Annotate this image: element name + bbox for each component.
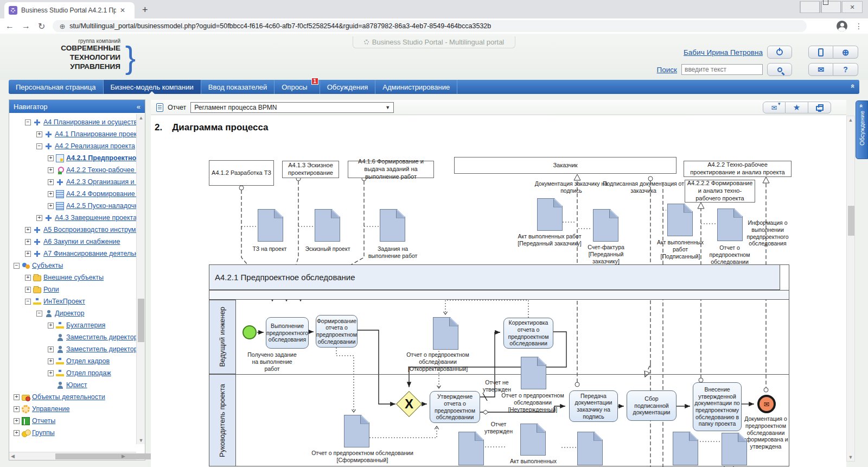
mail-button[interactable]: ✉ (808, 63, 833, 76)
tree-item-director[interactable]: Директор (9, 307, 136, 319)
tree-item-deputy-pr[interactable]: Заместитель директора по пр (9, 343, 136, 355)
tree-item-a5[interactable]: А5 Воспроизводство инструмент (9, 224, 136, 236)
sidebar-collapse-icon[interactable]: « (137, 103, 141, 111)
tree-item-lawyer[interactable]: Юрист (9, 379, 136, 391)
external-process-a416[interactable]: А4.1.6 Формирование и выдача заданий на … (348, 161, 434, 178)
expand-toggle[interactable] (14, 418, 20, 424)
language-button[interactable]: ⊕ (833, 46, 858, 59)
nav-personal-page[interactable]: Персональная страница (9, 80, 104, 94)
tree-item-a41[interactable]: А4.1 Планирование проектов (9, 128, 136, 140)
tree-item-a7[interactable]: А7 Финансирование деятельнос (9, 248, 136, 260)
reload-icon[interactable]: ↻ (38, 21, 45, 31)
nav-indicators[interactable]: Ввод показателей (201, 80, 275, 94)
tree-item-accounting[interactable]: Бухгалтерия (9, 319, 136, 331)
external-process-a422[interactable]: А4.2.2 Техно-рабочее проектирование и ан… (684, 161, 792, 177)
expand-toggle[interactable] (25, 239, 31, 245)
print-button[interactable] (808, 102, 831, 113)
external-process-a413[interactable]: А4.1.3 Эскизное проектирование (282, 161, 339, 178)
expand-toggle[interactable] (36, 131, 42, 137)
document-report[interactable] (717, 209, 743, 241)
tree-item-a4[interactable]: А4 Планирование и осуществле (9, 116, 136, 128)
nav-discussions[interactable]: Обсуждения (320, 80, 376, 94)
expand-toggle[interactable] (48, 370, 54, 376)
document-bottom[interactable] (722, 433, 747, 465)
tree-item-a422[interactable]: А4.2.2 Техно-рабочее про (9, 164, 136, 176)
tree-item-a425[interactable]: А4.2.5 Пуско-наладочные (9, 200, 136, 212)
document-report-formed[interactable] (344, 415, 369, 447)
tree-item-roles[interactable]: Роли (9, 283, 136, 295)
expand-toggle[interactable] (25, 287, 31, 293)
back-icon[interactable]: ← (5, 21, 14, 31)
document-bottom[interactable] (577, 432, 603, 465)
tree-item-subjects[interactable]: Субъекты (9, 260, 136, 272)
nav-collapse-icon[interactable]: « (849, 84, 857, 88)
tab-close-icon[interactable]: ✕ (120, 7, 125, 14)
tree-item-management[interactable]: Управление (9, 403, 136, 415)
expand-toggle[interactable] (14, 406, 20, 412)
expand-toggle[interactable] (25, 227, 31, 233)
close-button[interactable]: ✕ (842, 1, 863, 13)
logout-button[interactable] (767, 46, 792, 59)
document-bottom[interactable] (520, 424, 546, 456)
content-vertical-scrollbar[interactable]: ▲▼ (846, 116, 855, 462)
document-report-unapproved[interactable] (521, 357, 546, 389)
document-report-corrected[interactable] (433, 317, 458, 350)
external-process-a412[interactable]: А4.1.2 Разработка ТЗ (209, 160, 274, 186)
external-process-a4222[interactable]: А4.2.2.2 Формирование и анализ техно-раб… (685, 180, 755, 203)
search-button[interactable] (767, 63, 792, 76)
expand-toggle[interactable] (48, 323, 54, 329)
tree-item-reports[interactable]: Отчеты (9, 415, 136, 427)
search-input[interactable] (681, 64, 763, 75)
task-correct-report[interactable]: Корректировка отчета о предпроектном обс… (503, 318, 553, 349)
nav-business-model[interactable]: Бизнес-модель компании (104, 80, 201, 94)
document-akt-signed[interactable] (667, 204, 693, 236)
tree-item-a43[interactable]: А4.3 Завершение проекта и а (9, 212, 136, 224)
browser-tab[interactable]: Business Studio Portal A4.2.1 Пре ✕ (4, 2, 135, 18)
tree-item-a424[interactable]: А4.2.4 Формирование исп (9, 188, 136, 200)
expand-toggle[interactable] (14, 394, 20, 400)
search-link[interactable]: Поиск (657, 66, 677, 74)
document-bottom[interactable] (458, 432, 484, 465)
expand-toggle[interactable] (48, 346, 54, 352)
favorite-button[interactable]: ★ (786, 102, 808, 113)
expand-toggle[interactable] (25, 275, 31, 281)
collapse-toggle[interactable] (36, 311, 42, 317)
document-tz[interactable] (258, 209, 283, 242)
tree-item-hr-dept[interactable]: Отдел кадров (9, 355, 136, 367)
document-sketch[interactable] (315, 209, 340, 242)
site-info-icon[interactable]: ⊕ (59, 22, 65, 30)
sidebar-vertical-scrollbar[interactable]: ▲▼ (136, 114, 145, 444)
tree-item-deputy-ka[interactable]: Заместитель директора по ка (9, 331, 136, 343)
task-file-approved-docs[interactable]: Внесение утвержденной документации по пр… (693, 382, 742, 431)
tree-item-sales-dept[interactable]: Отдел продаж (9, 367, 136, 379)
tree-item-groups[interactable]: Группы (9, 427, 136, 439)
tree-item-external-subjects[interactable]: Внешние субъекты (9, 272, 136, 283)
expand-toggle[interactable] (48, 179, 54, 185)
mobile-button[interactable] (808, 46, 833, 59)
user-name-link[interactable]: Бабич Ирина Петровна (684, 48, 763, 56)
nav-surveys[interactable]: Опросы 1 (275, 80, 320, 94)
url-box[interactable]: ⊕ stu/Multilingual_portal/businessmodel.… (53, 20, 807, 32)
external-customer[interactable]: Заказчик (454, 157, 676, 174)
expand-toggle[interactable] (48, 167, 54, 173)
minimize-button[interactable] (800, 1, 820, 13)
document-invoice[interactable] (593, 209, 618, 242)
tree-item-intehproekt[interactable]: ИнТехПроект (9, 295, 136, 307)
expand-toggle[interactable] (25, 251, 31, 257)
collapse-toggle[interactable] (14, 263, 20, 269)
document-bottom[interactable] (673, 432, 698, 465)
tree-item-activity-objects[interactable]: Объекты деятельности (9, 391, 136, 403)
end-event[interactable]: ✉ (757, 395, 776, 413)
task-transfer-docs[interactable]: Передача документации заказчику на подпи… (569, 390, 618, 422)
expand-toggle[interactable] (36, 215, 42, 221)
collapse-toggle[interactable] (36, 143, 42, 149)
tree-item-a42[interactable]: А4.2 Реализация проекта (9, 140, 136, 152)
new-tab-button[interactable]: + (142, 4, 148, 16)
restore-button[interactable] (821, 1, 841, 13)
expand-toggle[interactable] (48, 203, 54, 209)
task-perform-survey[interactable]: Выполнение предпроектного обследования (266, 317, 309, 349)
discussion-side-tab[interactable]: « Обсуждение (856, 100, 868, 159)
task-form-report[interactable]: Формирование отчета о предпроектном обсл… (316, 315, 358, 348)
tree-item-a423[interactable]: А4.2.3 Организация и вып (9, 176, 136, 188)
task-collect-signed-docs[interactable]: Сбор подписанной документации (627, 390, 676, 421)
